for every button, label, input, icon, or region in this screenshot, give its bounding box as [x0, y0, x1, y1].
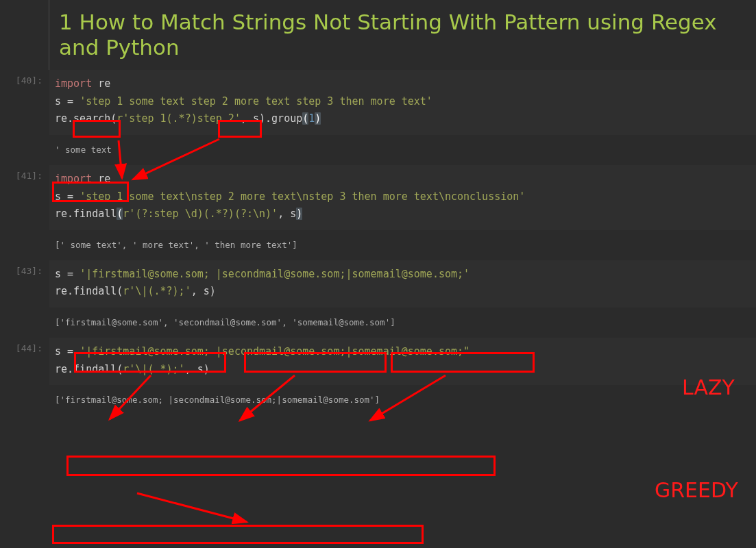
num: 1: [308, 112, 315, 125]
cell-43-output: ['firstmail@some.som', 'secondmail@some.…: [0, 308, 756, 338]
args: , s: [185, 363, 204, 375]
paren: ): [259, 112, 265, 125]
header-gutter: [0, 0, 49, 70]
output-40: ' some text ': [49, 135, 756, 165]
kw-import: import: [55, 173, 92, 185]
paren: (: [117, 363, 123, 375]
paren: (: [117, 285, 123, 297]
paren: (: [110, 112, 117, 125]
rawstr: r'step 1(.*?)step 2': [117, 112, 241, 125]
call: re.findall: [55, 363, 117, 375]
cell-40-input[interactable]: [40]: import re s = 'step 1 some text st…: [0, 70, 756, 135]
prompt-40: [40]:: [0, 70, 49, 91]
prompt-empty: [0, 308, 49, 319]
mod-re: re: [92, 77, 110, 90]
string: '|firstmail@some.som; |secondmail@some.s…: [80, 345, 470, 358]
mod-re: re: [92, 173, 110, 185]
call: re.search: [55, 112, 110, 125]
prompt-44: [44]:: [0, 338, 49, 359]
paren-active: ): [296, 208, 302, 220]
string: 'step 1 some text step 2 more text step …: [80, 95, 432, 108]
output-43: ['firstmail@some.som', 'secondmail@some.…: [49, 308, 756, 338]
args: , s: [191, 285, 210, 297]
prompt-41: [41]:: [0, 165, 49, 186]
string: 'step 1 some text\nstep 2 more text\nste…: [80, 190, 525, 203]
cell-41-output: [' some text', ' more text', ' then more…: [0, 230, 756, 260]
cell-40-output: ' some text ': [0, 135, 756, 165]
paren-active: ): [315, 112, 321, 125]
prompt-empty: [0, 135, 49, 146]
call: re.findall: [55, 208, 117, 220]
prompt-empty: [0, 385, 49, 396]
string: '|firstmail@some.som; |secondmail@some.s…: [80, 268, 470, 280]
code-43[interactable]: s = '|firstmail@some.som; |secondmail@so…: [49, 260, 756, 308]
cell-43-input[interactable]: [43]: s = '|firstmail@some.som; |secondm…: [0, 260, 756, 308]
rawstr: r'(?:step \d)(.*?)(?:\n)': [123, 208, 278, 220]
rawstr: r'\|(.*?);': [123, 285, 191, 297]
annotation-label-greedy: GREEDY: [655, 478, 738, 502]
prompt-43: [43]:: [0, 260, 49, 282]
paren: ): [210, 285, 216, 297]
header: 1 How to Match Strings Not Starting With…: [0, 0, 756, 70]
code-44[interactable]: s = '|firstmail@some.som; |secondmail@so…: [49, 338, 756, 385]
cell-44-input[interactable]: [44]: s = '|firstmail@some.som; |secondm…: [0, 338, 756, 385]
code-40[interactable]: import re s = 'step 1 some text step 2 m…: [49, 70, 756, 135]
output-41: [' some text', ' more text', ' then more…: [49, 230, 756, 260]
assign: s =: [55, 95, 80, 108]
args: , s: [241, 112, 259, 125]
anno-box-greedy-input: [66, 456, 496, 476]
kw-import: import: [55, 77, 92, 90]
method: .group: [265, 112, 302, 125]
prompt-empty: [0, 230, 49, 241]
args: , s: [278, 208, 296, 220]
output-44: ['firstmail@some.som; |secondmail@some.s…: [49, 385, 756, 415]
rawstr: r'\|(.*);': [123, 363, 184, 375]
cell-44-output: ['firstmail@some.som; |secondmail@some.s…: [0, 385, 756, 415]
paren-active: (: [302, 112, 308, 125]
assign: s =: [55, 190, 80, 203]
code-41[interactable]: import re s = 'step 1 some text\nstep 2 …: [49, 165, 756, 230]
page-title: 1 How to Match Strings Not Starting With…: [49, 0, 756, 70]
cell-41-input[interactable]: [41]: import re s = 'step 1 some text\ns…: [0, 165, 756, 230]
call: re.findall: [55, 285, 117, 297]
assign: s =: [55, 345, 80, 358]
paren-active: (: [117, 208, 123, 220]
paren: ): [204, 363, 210, 375]
assign: s =: [55, 268, 80, 280]
svg-line-5: [137, 493, 247, 522]
anno-box-greedy-output: [52, 525, 424, 544]
